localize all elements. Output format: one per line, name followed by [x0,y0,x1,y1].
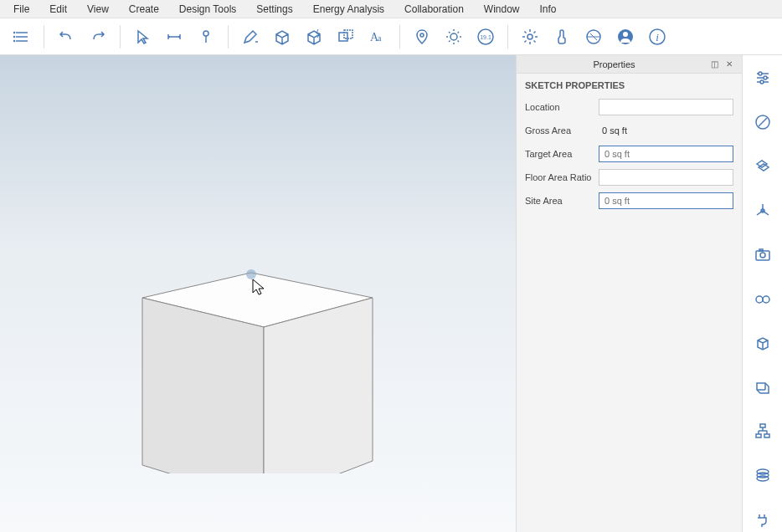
svg-point-3 [14,32,15,33]
svg-point-52 [756,296,763,303]
sun-icon[interactable] [439,22,469,52]
user-icon[interactable] [610,22,641,52]
toolbar: Aa 19.1 i [0,18,782,55]
svg-point-50 [760,253,765,258]
svg-text:i: i [656,31,659,43]
svg-point-31 [623,32,628,37]
axes-icon[interactable] [749,197,776,223]
svg-point-4 [14,36,15,37]
properties-title: Properties [523,59,705,69]
gross-area-label: Gross Area [525,125,592,136]
site-area-input[interactable] [599,192,733,209]
camera-icon[interactable] [749,242,776,268]
share-icon[interactable] [579,22,609,52]
target-area-label: Target Area [525,149,592,159]
svg-marker-35 [142,298,264,473]
cube-icon[interactable] [267,22,297,52]
svg-marker-36 [264,298,373,473]
menu-file[interactable]: File [5,1,38,18]
properties-header: Properties ◫ ✕ [517,55,742,74]
svg-rect-58 [756,434,761,437]
svg-point-9 [203,31,208,36]
gross-area-value: 0 sq ft [599,123,733,138]
svg-point-43 [760,80,764,84]
brush-icon[interactable] [749,110,776,136]
prop-row-location: Location [517,95,742,119]
menu-energy-analysis[interactable]: Energy Analysis [305,1,393,18]
hierarchy-icon[interactable] [749,418,776,444]
toolbar-separator [44,25,44,49]
cube-bolt-icon[interactable] [299,22,329,52]
version-badge-icon[interactable]: 19.1 [471,22,501,52]
svg-rect-57 [760,424,765,427]
prop-row-floor-area-ratio: Floor Area Ratio [517,166,742,189]
svg-point-53 [763,296,769,303]
redo-icon[interactable] [83,22,113,52]
viewport-3d[interactable] [0,55,516,532]
menu-info[interactable]: Info [532,1,565,18]
pin-panel-icon[interactable]: ◫ [708,59,720,70]
svg-point-66 [757,476,769,481]
toolbar-separator [228,25,229,49]
menubar: File Edit View Create Design Tools Setti… [0,0,782,18]
svg-rect-12 [339,33,347,41]
toolbar-separator [507,25,508,49]
prop-row-target-area: Target Area [517,142,742,166]
group-icon[interactable] [331,22,361,52]
prop-row-site-area: Site Area [517,189,742,212]
menu-settings[interactable]: Settings [248,1,301,18]
svg-line-24 [449,40,450,42]
menu-window[interactable]: Window [476,1,528,18]
stack-icon[interactable] [749,463,776,489]
svg-rect-59 [764,434,769,437]
svg-text:a: a [378,33,382,43]
target-area-input[interactable] [599,146,733,162]
svg-line-25 [458,32,460,33]
toolbar-separator [399,25,400,49]
svg-point-16 [420,33,424,37]
text-icon[interactable]: Aa [363,22,393,52]
cube-model[interactable] [42,156,377,473]
plug-icon[interactable] [749,506,776,532]
measure-icon[interactable] [159,22,189,52]
menu-view[interactable]: View [79,1,117,18]
svg-point-17 [450,33,457,40]
list-icon[interactable] [7,22,37,52]
sketch-properties-heading: SKETCH PROPERTIES [517,74,742,95]
menu-collaboration[interactable]: Collaboration [396,1,472,18]
undo-icon[interactable] [51,22,81,52]
location-label: Location [525,102,592,112]
close-panel-icon[interactable]: ✕ [723,59,735,70]
svg-rect-13 [344,30,352,38]
layers-icon[interactable] [749,153,776,179]
prop-row-gross-area: Gross Area 0 sq ft [517,119,742,142]
gear-icon[interactable] [515,22,545,52]
svg-text:19.1: 19.1 [480,34,491,40]
svg-point-41 [764,76,767,79]
location-pin-icon[interactable] [407,22,437,52]
content-area: Properties ◫ ✕ SKETCH PROPERTIES Locatio… [0,55,782,532]
section-icon[interactable] [749,374,776,400]
cursor-icon [251,278,268,296]
svg-rect-51 [759,249,763,251]
pin-icon[interactable] [191,22,221,52]
menu-edit[interactable]: Edit [41,1,75,18]
select-icon[interactable] [127,22,157,52]
location-input[interactable] [599,99,733,115]
pencil-icon[interactable] [235,22,265,52]
svg-line-23 [458,40,460,42]
toolbar-separator [120,25,121,49]
sliders-icon[interactable] [749,65,776,91]
info-icon[interactable]: i [642,22,672,52]
glasses-icon[interactable] [749,286,776,312]
svg-point-28 [527,34,532,39]
menu-design-tools[interactable]: Design Tools [171,1,244,18]
svg-point-39 [759,72,762,75]
floor-area-ratio-input[interactable] [599,169,733,186]
svg-point-5 [14,40,15,41]
menu-create[interactable]: Create [121,1,167,18]
box-open-icon[interactable] [749,330,776,356]
floor-area-ratio-label: Floor Area Ratio [525,172,592,182]
touch-icon[interactable] [547,22,577,52]
svg-line-22 [449,32,450,33]
